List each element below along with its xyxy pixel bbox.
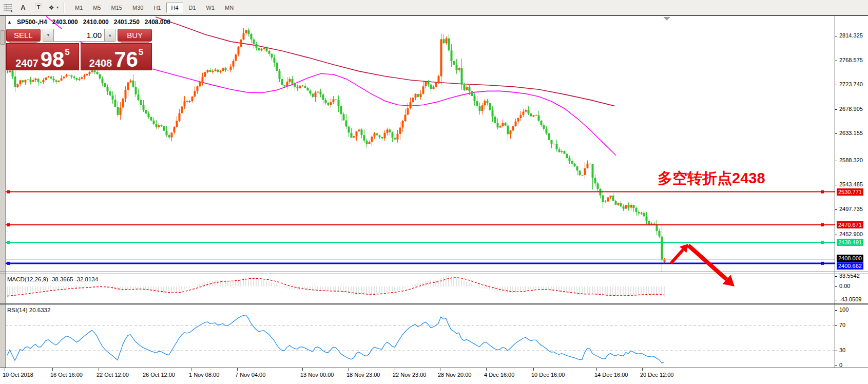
buy-price-prefix: 2408 [89,58,112,68]
sell-price-big: 98 [41,51,65,68]
time-axis-tick [486,368,487,371]
price-tick-label: 0.00 [839,283,850,289]
price-tick-label: 2723.740 [839,81,863,87]
time-tick-label: 20 Dec 12:00 [640,372,673,378]
rsi-header: RSI(14) 20.6332 [7,307,50,313]
price-tick-label: 70 [839,322,845,328]
price-line-label: 2400.662 [837,262,863,270]
shapes-tool-button[interactable]: ❖ ▼ [48,2,60,13]
rsi-levels [5,325,835,351]
time-tick-label: 13 Nov 00:00 [300,372,334,378]
timeframe-button-d1[interactable]: D1 [184,3,201,13]
time-axis-tick [191,368,191,371]
timeframe-button-mn[interactable]: MN [220,3,238,13]
toolbar-separator [64,3,65,13]
buy-button[interactable]: BUY [118,29,152,42]
time-tick-label: 22 Nov 23:00 [393,372,426,378]
timeframe-button-w1[interactable]: W1 [202,3,220,13]
sell-button[interactable]: SELL [6,29,41,42]
time-tick-label: 4 Dec 16:00 [484,372,514,378]
time-axis-tick [349,368,349,371]
crosshair-f-label: F [11,9,13,13]
time-tick-label: 14 Dec 16:00 [594,372,628,378]
price-tick-label: 2633.155 [839,130,863,136]
time-tick-label: 18 Nov 23:00 [346,372,380,378]
axis-tick [835,185,837,185]
crosshair-tool-button[interactable]: F [2,2,14,13]
price-tick-label: 2678.905 [839,106,863,112]
axis-tick [835,351,837,351]
axis-tick [835,300,837,300]
macd-pane[interactable] [5,274,835,303]
price-axis[interactable]: 2814.3252768.5752723.7402678.9052633.155… [835,16,868,368]
label-tool-button[interactable]: T [32,2,45,13]
axis-tick [835,36,837,36]
axis-tick [835,310,837,311]
axis-tick [835,209,837,210]
axis-tick [835,133,837,134]
price-tick-label: 0 [839,362,842,368]
timeframe-button-h4[interactable]: H4 [166,3,183,13]
time-tick-label: 7 Nov 04:00 [235,372,265,378]
text-tool-button[interactable]: A [17,2,29,13]
timeframe-group: M1M5M15M30H1H4D1W1MN [70,3,239,13]
scroll-marker-icon [663,17,670,21]
time-tick-label: 22 Oct 12:00 [97,372,129,378]
chart-top-border [0,15,868,16]
rsi-pane-separator-bottom[interactable] [0,304,868,305]
time-tick-label: 10 Dec 16:00 [531,372,565,378]
rsi-pane[interactable] [5,305,835,368]
left-splitter-handle[interactable] [1,30,5,45]
horizontal-price-lines [5,190,835,265]
volume-input[interactable] [54,29,104,42]
timeframe-button-m30[interactable]: M30 [128,3,148,13]
price-line-label: 2408.000 [837,255,863,262]
symbol-name: SP500-,H4 [17,18,47,26]
time-axis[interactable]: 10 Oct 201816 Oct 16:0022 Oct 12:0026 Oc… [0,368,868,384]
time-axis-tick [395,368,395,371]
macd-pane-separator-top[interactable] [0,272,868,272]
macd-header: MACD(12,26,9) -38.3665 -32.8134 [7,276,98,282]
price-tick-label: 2768.575 [839,57,863,63]
axis-tick [835,276,837,277]
axis-tick [835,235,837,235]
time-tick-label: 1 Nov 08:00 [189,372,219,378]
chart-annotation: 多空转折点2438 [658,168,765,189]
price-line-label: 2530.771 [837,188,863,196]
rsi-line [7,315,664,363]
axis-tick [835,325,837,326]
price-tick-label: 30 [839,347,845,353]
timeframe-button-m15[interactable]: M15 [107,3,127,13]
price-tick-label: -43.0509 [839,296,861,302]
buy-price-display[interactable]: 2408 76 5 [81,43,152,70]
timeframe-button-m1[interactable]: M1 [70,3,87,13]
volume-decrease-button[interactable]: ▼ [43,29,54,42]
time-axis-tick [440,368,440,371]
price-tick-label: 2497.735 [839,206,863,212]
rsi-pane-separator-top[interactable] [0,303,868,304]
crosshair-grid-icon: F [4,4,12,11]
price-tick-label: 2452.900 [839,231,863,237]
time-axis-tick [237,368,238,371]
axis-tick [835,161,837,161]
ohlc-high: 2410.000 [83,18,109,26]
time-axis-tick [5,368,5,371]
volume-increase-button[interactable]: ▲ [104,29,115,42]
caret-up-icon: ▲ [108,33,112,37]
price-tick-label: 2814.325 [839,32,863,39]
shapes-icon: ❖ [49,4,54,11]
time-axis-tick [52,368,53,371]
axis-tick [835,61,837,61]
time-axis-tick [642,368,643,371]
ohlc-open: 2403.000 [52,18,78,26]
price-tick-label: 2588.320 [839,157,863,163]
timeframe-button-m5[interactable]: M5 [88,3,105,13]
buy-price-big: 76 [114,51,138,68]
symbol-marker-icon: ▲ [7,20,12,25]
price-line-label: 2438.491 [837,239,863,246]
sell-price-display[interactable]: 2407 98 5 [6,43,79,70]
macd-pane-separator-bottom[interactable] [0,274,868,274]
timeframe-button-h1[interactable]: H1 [149,3,165,13]
time-axis-tick [145,368,145,371]
left-splitter [0,16,6,368]
